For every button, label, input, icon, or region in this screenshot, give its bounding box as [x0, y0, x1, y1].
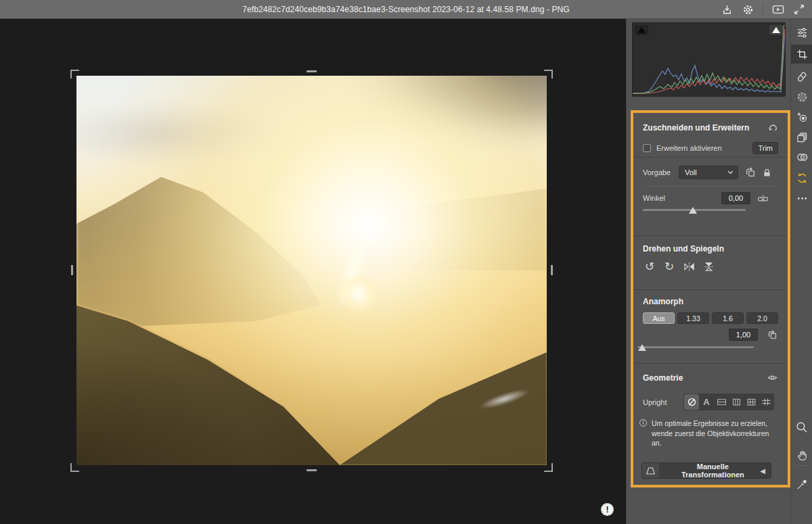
manual-transform-label: Manuelle Transformationen	[665, 462, 760, 479]
preview-icon[interactable]	[772, 3, 784, 16]
anamorph-value-input[interactable]: 1,00	[729, 329, 758, 341]
collapse-arrow-icon: ◀	[760, 467, 765, 475]
preset-dropdown[interactable]: Voll	[679, 166, 738, 179]
histogram[interactable]	[632, 22, 786, 97]
toolbar-divider	[794, 465, 810, 466]
anamorph-20-button[interactable]: 2.0	[746, 312, 778, 324]
geometry-title: Geometrie	[643, 373, 683, 383]
shadow-clipping-icon	[637, 27, 646, 33]
lock-icon[interactable]	[761, 167, 773, 178]
crop-panel-highlight-box: Zuschneiden und Erweitern Erweitern akti…	[631, 110, 790, 487]
crop-handle-left[interactable]	[71, 265, 73, 275]
preset-dropdown-value: Voll	[685, 168, 727, 176]
crop-tool-icon[interactable]	[791, 45, 812, 64]
crop-handle-top-left[interactable]	[70, 70, 79, 78]
vertical-correction-icon	[731, 397, 742, 407]
update-crop-icon[interactable]	[745, 167, 757, 178]
refresh-sync-icon[interactable]	[791, 168, 812, 187]
upright-full-button[interactable]	[744, 394, 759, 410]
upright-level-button[interactable]	[714, 394, 729, 410]
edit-sliders-icon[interactable]	[791, 23, 812, 42]
info-icon	[639, 419, 648, 427]
reset-undo-icon[interactable]	[767, 122, 778, 133]
angle-value-input[interactable]: 0,00	[721, 192, 750, 204]
anamorph-133-button[interactable]: 1.33	[677, 312, 709, 324]
upright-vertical-button[interactable]	[729, 394, 744, 410]
section-geometry: Geometrie Upright A	[633, 364, 788, 485]
fullscreen-icon[interactable]	[793, 3, 805, 16]
expand-enable-checkbox[interactable]	[643, 144, 651, 152]
image-canvas: !	[0, 19, 626, 524]
angle-slider[interactable]	[643, 206, 746, 214]
auto-a-icon: A	[703, 397, 709, 407]
full-correction-icon	[746, 397, 757, 407]
upright-button-group: A	[683, 394, 774, 410]
crop-handle-top-right[interactable]	[544, 70, 553, 78]
anamorph-title: Anamorph	[643, 297, 778, 306]
upright-guided-button[interactable]	[759, 394, 773, 410]
upright-off-button[interactable]	[684, 394, 699, 410]
crop-handle-bottom-right[interactable]	[544, 463, 553, 472]
rotate-left-icon[interactable]: ↺	[643, 260, 656, 273]
snapshots-tool-icon[interactable]	[791, 128, 812, 147]
rotate-flip-title: Drehen und Spiegeln	[643, 244, 778, 254]
presets-tool-icon[interactable]	[791, 147, 812, 166]
crop-handle-bottom-left[interactable]	[70, 463, 79, 472]
section-anamorph: Anamorph Aus 1.33 1.6 2.0 1,00	[633, 290, 788, 364]
zoom-tool-icon[interactable]	[791, 418, 812, 437]
crop-handle-bottom[interactable]	[307, 469, 317, 471]
titlebar-separator	[763, 4, 763, 15]
anamorph-slider-track	[637, 346, 754, 348]
photo-corner-shadow	[76, 76, 547, 465]
highlight-clipping-toggle[interactable]	[769, 25, 783, 35]
eye-visibility-icon[interactable]	[767, 372, 778, 383]
photo-lens-flare-spot	[338, 275, 380, 312]
geometry-info-text: Um optimale Ergebnisse zu erzielen, wend…	[652, 419, 771, 448]
heal-tool-icon[interactable]	[791, 66, 812, 85]
anamorph-slider-thumb[interactable]	[638, 344, 646, 351]
more-options-icon[interactable]	[791, 189, 812, 208]
crop-panel-title: Zuschneiden und Erweitern	[643, 123, 749, 133]
histogram-curves	[633, 23, 785, 96]
expand-enable-label: Erweitern aktivieren	[656, 144, 722, 152]
upright-auto-button[interactable]: A	[699, 394, 714, 410]
guided-correction-icon	[761, 397, 771, 407]
preset-label: Vorgabe	[643, 168, 671, 176]
circle-slash-icon	[687, 397, 697, 407]
red-eye-tool-icon[interactable]	[791, 108, 812, 126]
trim-button[interactable]: Trim	[752, 142, 778, 154]
shadow-clipping-toggle[interactable]	[635, 25, 648, 35]
settings-gear-icon[interactable]	[742, 3, 754, 16]
anamorph-reset-icon[interactable]	[767, 329, 778, 341]
level-correction-icon	[717, 397, 727, 407]
anamorph-16-button[interactable]: 1.6	[712, 312, 744, 324]
angle-slider-thumb[interactable]	[689, 207, 697, 214]
straighten-level-icon[interactable]	[757, 193, 769, 204]
section-preset-angle: Vorgabe Voll	[633, 158, 788, 236]
crop-handle-top[interactable]	[307, 70, 317, 72]
crop-handle-right[interactable]	[551, 265, 553, 275]
section-rotate-flip: Drehen und Spiegeln ↺ ↻	[633, 236, 788, 290]
flip-horizontal-icon[interactable]	[682, 260, 696, 273]
photo-canvas[interactable]	[76, 76, 547, 465]
alert-badge[interactable]: !	[601, 503, 614, 516]
flip-vertical-icon[interactable]	[702, 260, 715, 273]
rotate-right-icon[interactable]: ↻	[662, 260, 676, 273]
sub-divider	[644, 186, 777, 187]
chevron-down-icon	[727, 170, 734, 174]
export-icon[interactable]	[721, 3, 733, 16]
anamorph-slider[interactable]	[637, 343, 754, 351]
section-crop-expand: Zuschneiden und Erweitern Erweitern akti…	[633, 113, 788, 158]
window-title: 7efb2482c7d240ceb9b3a74e38c1bae3-Screens…	[242, 5, 570, 14]
highlight-clipping-icon	[772, 27, 780, 33]
anamorph-off-button[interactable]: Aus	[643, 312, 675, 324]
hand-tool-icon[interactable]	[791, 446, 812, 465]
title-bar: 7efb2482c7d240ceb9b3a74e38c1bae3-Screens…	[0, 0, 812, 19]
eyedropper-tool-icon[interactable]	[791, 475, 812, 494]
masking-tool-icon[interactable]	[791, 87, 812, 106]
trapezoid-icon	[642, 463, 659, 478]
edit-panel: Zuschneiden und Erweitern Erweitern akti…	[626, 19, 790, 524]
upright-label: Upright	[643, 398, 667, 406]
manual-transform-button[interactable]: Manuelle Transformationen ◀	[641, 462, 771, 479]
angle-label: Winkel	[643, 194, 665, 202]
